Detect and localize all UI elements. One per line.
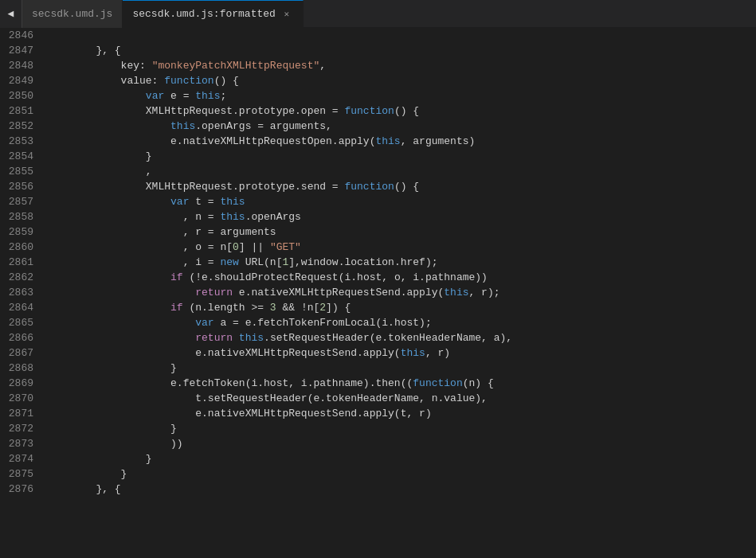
- code-line: XMLHttpRequest.prototype.send = function…: [46, 179, 756, 194]
- line-number: 2859: [3, 224, 33, 240]
- code-line: , n = this.openArgs: [46, 209, 756, 224]
- tab-secsdk-formatted-label: secsdk.umd.js:formatted: [132, 8, 275, 20]
- line-number: 2864: [3, 300, 33, 315]
- code-line: this.openArgs = arguments,: [46, 119, 756, 134]
- code-line: }: [46, 149, 756, 164]
- tab-bar: ◀ secsdk.umd.js secsdk.umd.js:formatted …: [0, 0, 756, 28]
- line-number: 2846: [3, 28, 33, 43]
- tab-secsdk-formatted[interactable]: secsdk.umd.js:formatted ✕: [123, 0, 303, 28]
- editor: 2846284728482849285028512852285328542855…: [0, 28, 756, 558]
- line-number: 2875: [3, 466, 33, 482]
- code-line: return this.setRequestHeader(e.tokenHead…: [46, 330, 756, 345]
- line-number: 2848: [3, 58, 33, 73]
- line-number: 2861: [3, 255, 33, 270]
- code-line: e.nativeXMLHttpRequestSend.apply(this, r…: [46, 345, 756, 361]
- line-number: 2872: [3, 421, 33, 436]
- line-number: 2855: [3, 164, 33, 179]
- code-line: if (!e.shouldProtectRequest(i.host, o, i…: [46, 270, 756, 285]
- tab-arrow-button[interactable]: ◀: [0, 0, 22, 28]
- line-number: 2850: [3, 88, 33, 103]
- line-number: 2871: [3, 406, 33, 421]
- line-number: 2870: [3, 391, 33, 406]
- code-line: var a = e.fetchTokenFromLocal(i.host);: [46, 315, 756, 330]
- line-number: 2849: [3, 73, 33, 88]
- line-number: 2865: [3, 315, 33, 330]
- line-number: 2869: [3, 376, 33, 391]
- code-line: }, {: [46, 43, 756, 58]
- code-line: , o = n[0] || "GET": [46, 240, 756, 255]
- code-line: var e = this;: [46, 88, 756, 103]
- code-line: key: "monkeyPatchXMLHttpRequest",: [46, 58, 756, 73]
- line-number: 2873: [3, 436, 33, 451]
- code-line: )): [46, 436, 756, 451]
- code-line: value: function() {: [46, 73, 756, 88]
- line-number: 2856: [3, 179, 33, 194]
- code-line: }, {: [46, 482, 756, 497]
- code-line: t.setRequestHeader(e.tokenHeaderName, n.…: [46, 391, 756, 406]
- code-line: e.nativeXMLHttpRequestOpen.apply(this, a…: [46, 134, 756, 149]
- code-line: XMLHttpRequest.prototype.open = function…: [46, 103, 756, 119]
- code-line: , r = arguments: [46, 224, 756, 240]
- line-number: 2851: [3, 103, 33, 119]
- line-number: 2853: [3, 134, 33, 149]
- line-number: 2857: [3, 194, 33, 209]
- line-number: 2868: [3, 361, 33, 376]
- line-number: 2862: [3, 270, 33, 285]
- tab-secsdk[interactable]: secsdk.umd.js: [22, 0, 123, 28]
- code-line: }: [46, 451, 756, 466]
- line-number: 2852: [3, 119, 33, 134]
- tab-close-icon[interactable]: ✕: [280, 8, 293, 21]
- code-line: e.fetchToken(i.host, i.pathname).then((f…: [46, 376, 756, 391]
- code-area: }, { key: "monkeyPatchXMLHttpRequest", v…: [40, 28, 756, 558]
- tab-secsdk-label: secsdk.umd.js: [32, 8, 112, 20]
- line-numbers: 2846284728482849285028512852285328542855…: [0, 28, 40, 558]
- line-number: 2867: [3, 345, 33, 361]
- line-number: 2858: [3, 209, 33, 224]
- code-line: [46, 28, 756, 43]
- code-line: ,: [46, 164, 756, 179]
- code-line: if (n.length >= 3 && !n[2]) {: [46, 300, 756, 315]
- line-number: 2874: [3, 451, 33, 466]
- code-line: e.nativeXMLHttpRequestSend.apply(t, r): [46, 406, 756, 421]
- code-line: return e.nativeXMLHttpRequestSend.apply(…: [46, 285, 756, 300]
- line-number: 2860: [3, 240, 33, 255]
- code-line: var t = this: [46, 194, 756, 209]
- code-line: }: [46, 421, 756, 436]
- code-line: }: [46, 361, 756, 376]
- line-number: 2866: [3, 330, 33, 345]
- line-number: 2863: [3, 285, 33, 300]
- line-number: 2876: [3, 482, 33, 497]
- line-number: 2847: [3, 43, 33, 58]
- code-line: }: [46, 466, 756, 482]
- line-number: 2854: [3, 149, 33, 164]
- code-line: , i = new URL(n[1],window.location.href)…: [46, 255, 756, 270]
